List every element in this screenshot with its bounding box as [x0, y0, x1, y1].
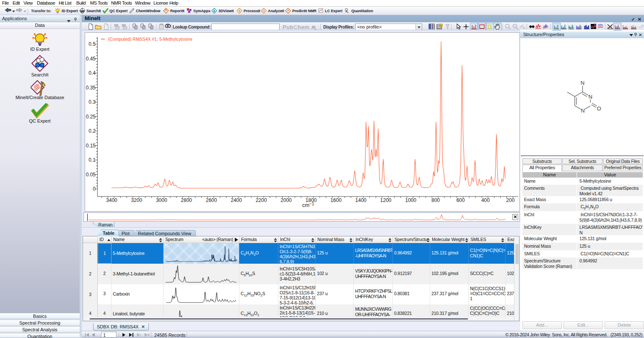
svg-text:2200: 2200: [256, 197, 267, 203]
svg-text:N: N: [581, 80, 584, 86]
svg-text:2400: 2400: [231, 197, 242, 203]
svg-text:TT: TT: [487, 24, 492, 29]
svg-text:A: A: [523, 26, 525, 30]
svg-text:0: 0: [93, 186, 96, 192]
svg-text:1400: 1400: [355, 197, 366, 203]
svg-text:0.45: 0.45: [86, 56, 96, 62]
svg-text:800: 800: [431, 197, 440, 203]
svg-text:3200: 3200: [131, 197, 142, 203]
svg-text:200: 200: [506, 197, 514, 203]
svg-text:0.25: 0.25: [86, 114, 96, 120]
svg-text:0.1: 0.1: [88, 157, 96, 163]
svg-text:0.15: 0.15: [86, 143, 96, 149]
svg-text:0.05: 0.05: [86, 172, 96, 178]
svg-text:N: N: [581, 107, 584, 114]
svg-text:N: N: [588, 94, 592, 100]
svg-text:2000: 2000: [280, 197, 292, 203]
svg-text:2600: 2600: [206, 197, 217, 203]
svg-text:cm−1: cm−1: [302, 202, 314, 208]
svg-text:600: 600: [456, 197, 465, 203]
svg-text:3400: 3400: [106, 197, 117, 203]
svg-text:0.35: 0.35: [86, 85, 96, 91]
svg-text:2800: 2800: [181, 197, 192, 203]
svg-text:0.2: 0.2: [88, 128, 96, 134]
svg-text:400: 400: [481, 197, 490, 203]
svg-text:0.5: 0.5: [88, 41, 96, 47]
svg-text:(Computed) RMSS4X #1; 5-Methyl: (Computed) RMSS4X #1; 5-Methylcytosine: [108, 37, 192, 42]
svg-text:1200: 1200: [380, 197, 392, 203]
svg-text:1000: 1000: [405, 197, 416, 203]
svg-text:1600: 1600: [330, 197, 342, 203]
svg-text:3000: 3000: [156, 197, 167, 203]
svg-text:O: O: [597, 105, 601, 112]
svg-text:0.4: 0.4: [88, 70, 96, 76]
svg-text:0.3: 0.3: [88, 99, 96, 105]
